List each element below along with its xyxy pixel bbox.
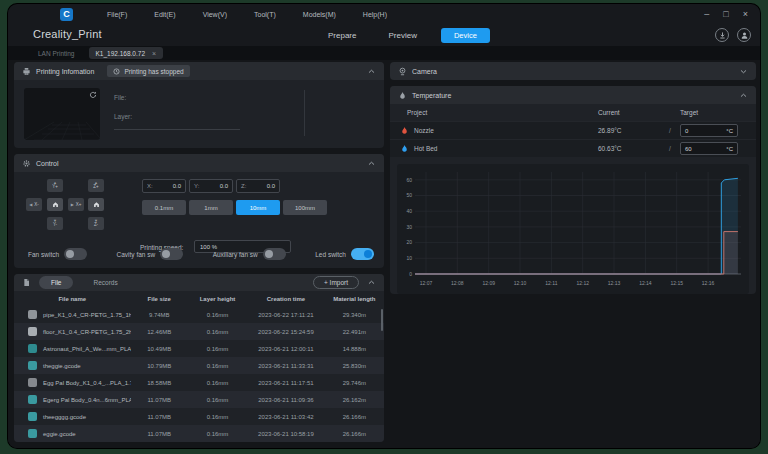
stopped-clock-icon: [113, 68, 120, 75]
jog-x-plus-button[interactable]: ▶X+: [68, 198, 84, 211]
temperature-chart-svg: 010203040506012:0712:0812:0912:1012:1112…: [397, 164, 749, 290]
file-size: 11.07MB: [131, 397, 188, 403]
file-size: 11.07MB: [131, 414, 188, 420]
menu-models[interactable]: Models(M): [303, 11, 336, 18]
jog-z-minus-button[interactable]: ▼Z-: [88, 217, 104, 230]
scrollbar-thumb[interactable]: [381, 309, 383, 331]
temp-row-nozzle: Nozzle26.89°C/0°C: [390, 121, 756, 139]
chevron-up-icon[interactable]: [739, 91, 748, 100]
column-header-creation-time[interactable]: Creation time: [247, 296, 325, 302]
left-column: Printing Infomation Printing has stopped…: [14, 62, 384, 442]
jog-y-plus-button[interactable]: ▲Y+: [47, 179, 63, 192]
close-tab-icon[interactable]: ×: [152, 50, 156, 57]
jog-z-plus-button[interactable]: ▲Z+: [88, 179, 104, 192]
file-row[interactable]: floor_K1_0.4_CR-PETG_1.75_2h30m.gcode12.…: [14, 323, 384, 340]
current-temp: 26.89°C: [598, 127, 660, 134]
camera-title: Camera: [412, 68, 437, 75]
lan-printing-label: LAN Printing: [38, 50, 75, 57]
file-name: floor_K1_0.4_CR-PETG_1.75_2h30m.gcode: [43, 329, 131, 335]
jog-y-minus-button[interactable]: ▼Y-: [47, 217, 63, 230]
file-row[interactable]: pipe_K1_0.4_CR-PETG_1.75_1h48m.gcode9.74…: [14, 306, 384, 323]
file-thumbnail-icon: [28, 395, 37, 404]
creation-time: 2023-06-21 11:03:42: [247, 414, 325, 420]
menu-help[interactable]: Help(H): [363, 11, 387, 18]
home-xy-button[interactable]: [47, 198, 63, 211]
import-button[interactable]: + Import: [313, 276, 359, 289]
column-header-file-name[interactable]: File name: [14, 296, 131, 302]
tab-device[interactable]: Device: [441, 28, 490, 43]
material-length: 26.162m: [325, 397, 384, 403]
download-button[interactable]: [715, 28, 729, 42]
chevron-down-icon[interactable]: [739, 67, 748, 76]
menu-tool[interactable]: Tool(T): [254, 11, 276, 18]
switch-group: Led switch: [315, 248, 374, 260]
user-account-button[interactable]: [737, 28, 751, 42]
switch-group: Cavity fan sw: [117, 248, 184, 260]
step-0-1mm-button[interactable]: 0.1mm: [142, 200, 186, 215]
download-icon: [718, 31, 727, 40]
temperature-header[interactable]: Temperature: [390, 86, 756, 104]
column-header-material-length[interactable]: Material length: [325, 296, 384, 302]
menu-items: File(F)Edit(E)View(V)Tool(T)Models(M)Hel…: [107, 11, 387, 18]
axis-x-input[interactable]: X:0.0: [142, 179, 186, 193]
file-thumbnail-icon: [28, 310, 37, 319]
menu-bar: C File(F)Edit(E)View(V)Tool(T)Models(M)H…: [8, 4, 760, 24]
axis-label: X:: [147, 183, 153, 189]
home-z-button[interactable]: [88, 198, 104, 211]
material-length: 25.830m: [325, 363, 384, 369]
control-header[interactable]: Control: [14, 154, 384, 172]
step-size-buttons: 0.1mm1mm10mm100mm: [142, 200, 327, 215]
svg-text:60: 60: [406, 177, 412, 183]
maximize-button[interactable]: □: [723, 10, 728, 19]
files-header: FileRecords + Import: [14, 274, 384, 291]
printing-info-header[interactable]: Printing Infomation Printing has stopped: [14, 62, 384, 80]
toggle-knob: [66, 250, 74, 258]
chevron-up-icon[interactable]: [367, 159, 376, 168]
axis-z-input[interactable]: Z:0.0: [236, 179, 280, 193]
file-row[interactable]: Astronaut_Phil_A_We...mm_PLA__2h27m.gcod…: [14, 340, 384, 357]
tab-preview[interactable]: Preview: [380, 28, 424, 43]
axis-label: Z:: [241, 183, 246, 189]
toggle-knob: [265, 250, 273, 258]
chevron-up-icon[interactable]: [367, 278, 376, 287]
file-name: theegggg.gcode: [43, 414, 86, 420]
tab-prepare[interactable]: Prepare: [320, 28, 364, 43]
files-tabs: FileRecords: [39, 276, 130, 289]
target-temp-input[interactable]: 60°C: [680, 142, 738, 155]
file-row[interactable]: theggie.gcode10.79MB0.16mm2023-06-21 11:…: [14, 357, 384, 374]
file-row[interactable]: theegggg.gcode11.07MB0.16mm2023-06-21 11…: [14, 408, 384, 425]
menu-view[interactable]: View(V): [203, 11, 227, 18]
toggle-fan-switch[interactable]: [64, 248, 87, 260]
minimize-button[interactable]: –: [704, 10, 709, 19]
file-thumbnail-icon: [28, 327, 37, 336]
step-1mm-button[interactable]: 1mm: [189, 200, 233, 215]
chevron-up-icon[interactable]: [367, 67, 376, 76]
column-header-layer-height[interactable]: Layer height: [188, 296, 247, 302]
camera-header[interactable]: Camera: [390, 62, 756, 80]
axis-y-input[interactable]: Y:0.0: [189, 179, 233, 193]
home-icon: [93, 201, 100, 208]
heater-name: Nozzle: [414, 127, 434, 134]
refresh-icon[interactable]: [89, 91, 97, 99]
material-length: 26.166m: [325, 414, 384, 420]
menu-file[interactable]: File(F): [107, 11, 127, 18]
files-tab-records[interactable]: Records: [81, 276, 129, 289]
jog-x-minus-button[interactable]: ◀X-: [26, 198, 42, 211]
toggle-auxiliary-fan-sw[interactable]: [263, 248, 286, 260]
step-10mm-button[interactable]: 10mm: [236, 200, 280, 215]
printer-tab[interactable]: K1_192.168.0.72 ×: [89, 47, 164, 59]
file-row[interactable]: eggie.gcode11.07MB0.16mm2023-06-21 10:58…: [14, 425, 384, 442]
step-100mm-button[interactable]: 100mm: [283, 200, 327, 215]
column-header-file-size[interactable]: File size: [131, 296, 188, 302]
file-row[interactable]: Egerg Pal Body_0.4n...6mm_PLA__4h5m.gcod…: [14, 391, 384, 408]
target-temp-input[interactable]: 0°C: [680, 124, 738, 137]
menu-edit[interactable]: Edit(E): [154, 11, 175, 18]
svg-text:30: 30: [406, 224, 412, 230]
toggle-cavity-fan-sw[interactable]: [160, 248, 183, 260]
file-row[interactable]: Egg Pal Body_K1_0.4_...PLA_1.75_3h41m.gc…: [14, 374, 384, 391]
temp-unit: °C: [726, 128, 733, 134]
toggle-led-switch[interactable]: [351, 248, 374, 260]
files-tab-file[interactable]: File: [39, 276, 73, 289]
toggle-knob: [364, 250, 372, 258]
close-button[interactable]: ×: [743, 10, 748, 19]
